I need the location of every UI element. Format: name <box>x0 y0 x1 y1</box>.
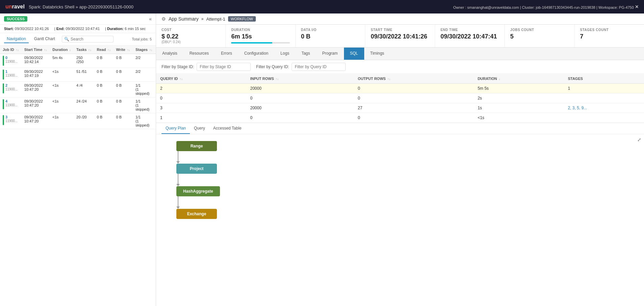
sql-content: Filter by Stage ID: Filter by Query ID: … <box>156 60 644 306</box>
metric-value: 5 <box>510 33 569 40</box>
expand-button[interactable]: ⤢ <box>637 137 641 142</box>
read-cell: 0 B <box>94 98 114 113</box>
tab-configuration[interactable]: Configuration <box>238 48 274 60</box>
col-job-id[interactable]: Job ID ↑↓ <box>0 46 22 54</box>
left-panel: SUCCESS « Start: 09/30/2022 10:41:26 | E… <box>0 13 156 306</box>
close-button[interactable]: × <box>635 3 639 10</box>
sql-table-row[interactable]: 2 20000 0 5m 5s 1 <box>156 84 644 93</box>
metric-cell: STAGES COUNT 7 <box>575 25 644 47</box>
tab-analysis[interactable]: Analysis <box>156 48 183 60</box>
flow-node-range[interactable]: Range <box>176 141 217 151</box>
metric-cell: DATA I/O 0 B <box>296 25 365 47</box>
metric-label: STAGES COUNT <box>580 28 639 32</box>
filter-row: Filter by Stage ID: Filter by Query ID: <box>156 60 644 74</box>
filter-query-group: Filter by Query ID: <box>256 63 346 71</box>
filter-stage-input[interactable] <box>197 63 251 71</box>
input-rows-cell: 0 <box>246 93 354 103</box>
header-right: Owner : smananghat@unraveldata.com | Clu… <box>453 3 639 10</box>
sub-tab-query[interactable]: Query <box>190 123 209 134</box>
write-cell: 0 B <box>114 98 133 113</box>
write-cell: 0 B <box>114 68 133 82</box>
sql-col-output-rows[interactable]: OUTPUT ROWS ↑↓ <box>354 74 474 84</box>
filter-query-input[interactable] <box>292 63 346 71</box>
read-cell: 0 B <box>94 54 114 68</box>
metric-label: START TIME <box>371 28 429 32</box>
metric-bar-fill <box>231 42 272 44</box>
tab-navigation[interactable]: Navigation <box>4 35 29 43</box>
sql-col-query-id[interactable]: QUERY ID ↑↓ <box>156 74 246 84</box>
input-rows-cell: 20000 <box>246 84 354 93</box>
job-id-cell: 4 11900... <box>0 98 22 113</box>
tab-gantt-chart[interactable]: Gantt Chart <box>31 35 58 43</box>
flow-arrow <box>176 151 180 164</box>
col-write[interactable]: Write ↑↓ <box>114 46 133 54</box>
query-id-cell: 1 <box>156 113 246 123</box>
total-jobs: Total jobs: 5 <box>132 37 152 41</box>
col-read[interactable]: Read ↑↓ <box>94 46 114 54</box>
metric-value: 7 <box>580 33 639 40</box>
stages-value: 1 <box>568 86 570 91</box>
query-plan-area: ⤢ RangeProjectHashAggregateExchange <box>156 134 644 306</box>
metric-label: JOBS COUNT <box>510 28 569 32</box>
write-cell: 0 B <box>114 54 133 68</box>
sql-table-row[interactable]: 0 0 0 2s <box>156 93 644 103</box>
sub-tab-query-plan[interactable]: Query Plan <box>162 123 190 134</box>
stages-cell <box>564 113 644 123</box>
search-input[interactable] <box>71 37 111 41</box>
table-row[interactable]: 0 11900... 09/30/2022 10:42:14 5m 4s 250… <box>0 54 156 68</box>
stages-cell: 1/1 (1 skipped) <box>133 82 156 98</box>
header-meta: Owner : smananghat@unraveldata.com | Clu… <box>453 5 634 9</box>
table-row[interactable]: 4 11900... 09/30/2022 10:47:20 <1s 24 /2… <box>0 98 156 113</box>
flow-node-project[interactable]: Project <box>176 164 217 174</box>
col-stages[interactable]: Stages ↑↓ <box>133 46 156 54</box>
tab-resources[interactable]: Resources <box>183 48 215 60</box>
tasks-cell: 24 /24 <box>74 98 94 113</box>
tab-tags[interactable]: Tags <box>295 48 316 60</box>
right-panel: ⚙ App Summary » Attempt-1 WORKFLOW COST … <box>156 13 644 306</box>
sql-col-input-rows[interactable]: INPUT ROWS ↑↓ <box>246 74 354 84</box>
tab-errors[interactable]: Errors <box>215 48 238 60</box>
tab-sql[interactable]: SQL <box>344 48 364 60</box>
sql-col-duration[interactable]: DURATION ↓ <box>474 74 564 84</box>
metric-value: $ 0.22 <box>162 33 220 40</box>
main-layout: SUCCESS « Start: 09/30/2022 10:41:26 | E… <box>0 13 644 306</box>
metric-cell: START TIME 09/30/2022 10:41:26 <box>365 25 435 47</box>
flow-arrow <box>176 174 180 186</box>
duration-cell: <1s <box>50 113 74 129</box>
tab-program[interactable]: Program <box>316 48 344 60</box>
header-left: unravel Spark: Databricks Shell » app-20… <box>5 4 133 10</box>
stages-link[interactable]: 2, 3, 5, 9... <box>568 106 587 110</box>
collapse-button[interactable]: « <box>149 16 152 22</box>
metric-value: 0 B <box>301 33 360 40</box>
duration-cell: <1s <box>50 68 74 82</box>
sql-table-row[interactable]: 1 0 0 <1s <box>156 113 644 123</box>
stages-cell: 1/1 (1 skipped) <box>133 113 156 129</box>
table-row[interactable]: 2 11900... 09/30/2022 10:47:20 <1s 4 /4 … <box>0 82 156 98</box>
write-cell: 0 B <box>114 82 133 98</box>
left-nav: Navigation Gantt Chart 🔍 Total jobs: 5 <box>0 33 156 46</box>
tab-logs[interactable]: Logs <box>274 48 295 60</box>
sql-table-row[interactable]: 3 20000 27 1s 2, 3, 5, 9... <box>156 103 644 113</box>
col-tasks[interactable]: Tasks ↑↓ <box>74 46 94 54</box>
duration-cell: <1s <box>50 98 74 113</box>
sql-table-wrapper: QUERY ID ↑↓ INPUT ROWS ↑↓ OUTPUT ROWS ↑↓… <box>156 74 644 123</box>
table-row[interactable]: 1 11900... 09/30/2022 10:47:19 <1s 51 /5… <box>0 68 156 82</box>
start-time-cell: 09/30/2022 10:47:20 <box>22 82 50 98</box>
end-time: | End: 09/30/2022 10:47:41 <box>54 27 100 31</box>
metric-cell: COST $ 0.22 (DBU*: 0.24) <box>156 25 226 47</box>
flow-node-exchange[interactable]: Exchange <box>176 209 217 219</box>
workflow-badge: WORKFLOW <box>228 16 256 22</box>
sql-col-stages[interactable]: STAGES <box>564 74 644 84</box>
search-box: 🔍 <box>62 36 114 43</box>
col-start-time[interactable]: Start Time ↑↓ <box>22 46 50 54</box>
read-cell: 0 B <box>94 82 114 98</box>
start-time-cell: 09/30/2022 10:42:14 <box>22 54 50 68</box>
duration-cell: 5m 4s <box>50 54 74 68</box>
sub-tab-accessed-table[interactable]: Accessed Table <box>209 123 246 134</box>
start-time: Start: 09/30/2022 10:41:26 <box>4 27 49 31</box>
table-row[interactable]: 3 11900... 09/30/2022 10:47:20 <1s 20 /2… <box>0 113 156 129</box>
col-duration[interactable]: Duration ↓ <box>50 46 74 54</box>
tab-timings[interactable]: Timings <box>364 48 391 60</box>
input-rows-cell: 0 <box>246 113 354 123</box>
flow-node-hash-agg[interactable]: HashAggregate <box>176 186 220 196</box>
